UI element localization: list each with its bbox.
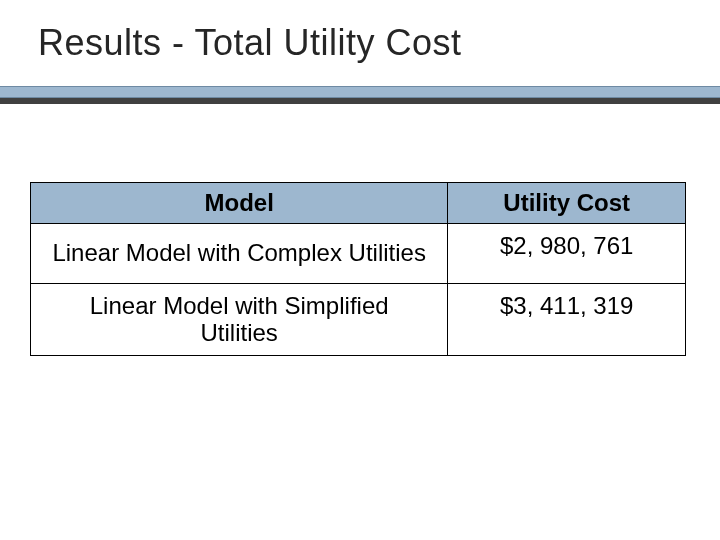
table-row: Linear Model with Simplified Utilities $… (31, 283, 686, 355)
results-table: Model Utility Cost Linear Model with Com… (30, 182, 686, 356)
header-cost: Utility Cost (448, 183, 686, 224)
header-model: Model (31, 183, 448, 224)
divider-accent-bar (0, 86, 720, 98)
divider-dark-bar (0, 98, 720, 104)
table-header-row: Model Utility Cost (31, 183, 686, 224)
cell-model: Linear Model with Complex Utilities (31, 223, 448, 283)
cell-cost: $3, 411, 319 (448, 283, 686, 355)
page-title: Results - Total Utility Cost (0, 0, 720, 64)
cell-model: Linear Model with Simplified Utilities (31, 283, 448, 355)
table-row: Linear Model with Complex Utilities $2, … (31, 223, 686, 283)
title-divider (0, 86, 720, 104)
cell-cost: $2, 980, 761 (448, 223, 686, 283)
